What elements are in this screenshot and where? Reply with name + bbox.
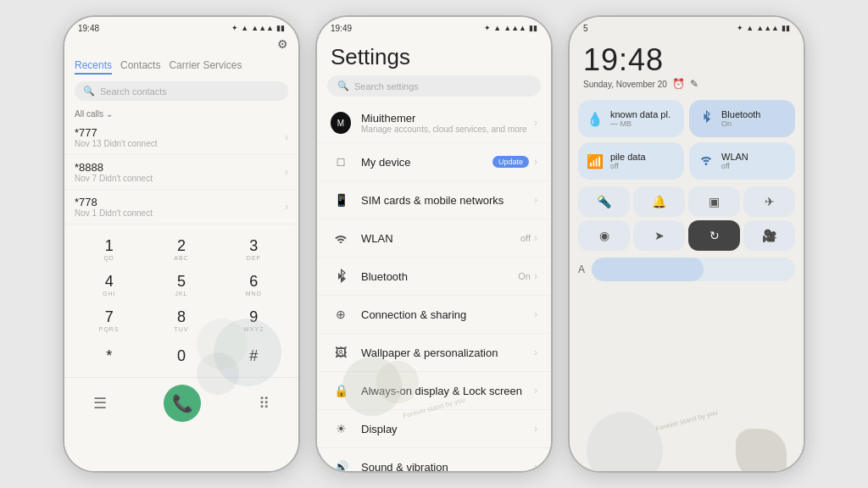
menu-icon[interactable]: ☰ [93, 394, 107, 413]
brightness-slider[interactable] [592, 258, 795, 281]
call-number-2: *778 [75, 196, 153, 208]
status-time-3: 5 [583, 24, 588, 33]
quick-tile-wlan[interactable]: WLAN off [689, 142, 795, 180]
settings-item-mydevice[interactable]: □ My device Update › [317, 143, 551, 181]
data-tile-icon: 💧 [587, 111, 604, 127]
battery-icon-3: ▮▮ [782, 24, 790, 32]
camera-button[interactable]: 🎥 [743, 220, 795, 251]
settings-item-aod[interactable]: 🔒 Always-on display & Lock screen › [317, 372, 551, 410]
chevron-icon-8: › [534, 423, 537, 435]
dialpad: 1QD 2ABC 3DEF 4GHI 5JKL 6MNO 7PQRS 8TUV … [64, 228, 298, 377]
quick-icons-row-2: ◉ ➤ ↻ 🎥 [570, 220, 804, 254]
call-item-2[interactable]: *778 Nov 1 Didn't connect › [64, 190, 298, 225]
tabs-row: Recents Contacts Carrier Services [64, 53, 298, 78]
call-item-1[interactable]: *8888 Nov 7 Didn't connect › [64, 155, 298, 190]
alarm-icon[interactable]: ⏰ [672, 78, 685, 90]
settings-search-placeholder: Search settings [354, 81, 419, 92]
rotate-button[interactable]: ↻ [688, 220, 740, 251]
mobiledata-tile-icon: 📶 [587, 153, 604, 169]
aod-label: Always-on display & Lock screen [361, 385, 534, 397]
settings-item-wallpaper[interactable]: 🖼 Wallpaper & personalization › [317, 334, 551, 372]
call-arrow-2: › [285, 201, 288, 213]
sound-icon: 🔊 [331, 457, 351, 471]
torch-button[interactable]: 🔦 [578, 186, 630, 217]
settings-item-display[interactable]: ☀ Display › [317, 410, 551, 448]
notification-button[interactable]: 🔔 [633, 186, 685, 217]
chevron-icon-0: › [534, 117, 537, 129]
settings-item-wlan[interactable]: WLAN off › [317, 219, 551, 258]
edit-icon[interactable]: ✎ [690, 78, 698, 90]
lock-date-icons: ⏰ ✎ [672, 78, 698, 90]
location-button[interactable]: ➤ [633, 220, 685, 251]
dial-key-5[interactable]: 5JKL [147, 269, 215, 301]
status-icons-2: ✦ ▲ ▲▲▲ ▮▮ [484, 24, 537, 32]
wlan-tile-icon [698, 153, 715, 169]
settings-page-title: Settings [317, 36, 551, 75]
network-icon-1: ▲▲▲ [251, 24, 274, 32]
dial-key-3[interactable]: 3DEF [220, 233, 288, 265]
mydevice-label: My device [361, 156, 492, 169]
signal-icon-1: ▲ [241, 24, 248, 32]
dial-key-0[interactable]: 0 [147, 340, 215, 372]
settings-icon-1[interactable]: ⚙ [277, 37, 288, 51]
search-contacts-box[interactable]: 🔍 Search contacts [75, 81, 288, 101]
chevron-icon-7: › [534, 385, 537, 396]
quick-tile-mobiledata[interactable]: 📶 pile data off [578, 142, 684, 180]
dial-key-star[interactable]: * [75, 340, 143, 372]
call-item-0[interactable]: *777 Nov 13 Didn't connect › [64, 120, 298, 155]
wallpaper-icon: 🖼 [331, 342, 351, 363]
phone-quicksettings: 5 ✦ ▲ ▲▲▲ ▮▮ 19:48 Sunday, November 20 ⏰… [568, 15, 805, 473]
bluetooth-tile-text: Bluetooth On [721, 109, 760, 128]
wlan-value: off [520, 233, 531, 243]
screen-cast-button[interactable]: ▣ [688, 186, 740, 217]
settings-item-bluetooth[interactable]: Bluetooth On › [317, 258, 551, 296]
status-icons-1: ✦ ▲ ▲▲▲ ▮▮ [231, 24, 285, 32]
miuithemer-label: Miuithemer [361, 112, 534, 125]
wlan-tile-text: WLAN off [721, 152, 748, 170]
call-button[interactable]: 📞 [164, 385, 201, 422]
dial-key-9[interactable]: 9WXYZ [220, 304, 288, 336]
settings-item-sound[interactable]: 🔊 Sound & vibration › [317, 448, 551, 471]
chevron-icon-3: › [534, 232, 537, 244]
dial-key-8[interactable]: 8TUV [147, 304, 215, 336]
wallpaper-label: Wallpaper & personalization [361, 347, 534, 359]
calls-section-label: All calls ⌄ [64, 104, 298, 120]
keypad-icon[interactable]: ⠿ [259, 394, 270, 413]
tab-contacts[interactable]: Contacts [120, 59, 160, 75]
search-icon-settings: 🔍 [337, 80, 349, 92]
dial-key-4[interactable]: 4GHI [75, 269, 143, 301]
bluetooth-icon-2: ✦ [484, 24, 491, 32]
settings-item-connection[interactable]: ⊕ Connection & sharing › [317, 296, 551, 334]
status-bar-1: 19:48 ✦ ▲ ▲▲▲ ▮▮ [64, 17, 298, 36]
dial-key-6[interactable]: 6MNO [220, 269, 288, 301]
chevron-icon-4: › [534, 270, 537, 282]
settings-search-box[interactable]: 🔍 Search settings [327, 75, 541, 97]
update-badge: Update [492, 156, 529, 168]
mydevice-icon: □ [331, 152, 351, 172]
tab-carrier[interactable]: Carrier Services [169, 59, 242, 75]
tab-recents[interactable]: Recents [75, 59, 112, 75]
dial-key-7[interactable]: 7PQRS [75, 304, 143, 336]
eye-comfort-button[interactable]: ◉ [578, 220, 630, 251]
connection-label: Connection & sharing [361, 308, 534, 321]
status-time-1: 19:48 [78, 24, 99, 33]
settings-list: M Miuithemer Manage accounts, cloud serv… [317, 103, 551, 471]
airplane-button[interactable]: ✈ [743, 186, 795, 217]
quick-tile-data[interactable]: 💧 known data pl. — MB [578, 100, 684, 137]
dial-key-2[interactable]: 2ABC [147, 233, 215, 265]
call-date-2: Nov 1 Didn't connect [75, 208, 153, 218]
chevron-icon-9: › [534, 461, 537, 471]
connection-icon: ⊕ [331, 304, 351, 324]
settings-item-sim[interactable]: 📱 SIM cards & mobile networks › [317, 181, 551, 219]
quick-tile-bluetooth[interactable]: Bluetooth On [689, 100, 795, 137]
settings-item-miuithemer[interactable]: M Miuithemer Manage accounts, cloud serv… [317, 103, 551, 143]
dial-key-hash[interactable]: # [220, 340, 288, 372]
call-date-1: Nov 7 Didn't connect [75, 174, 153, 183]
bluetooth-value: On [518, 271, 531, 281]
call-date-0: Nov 13 Didn't connect [75, 139, 158, 148]
data-tile-text: known data pl. — MB [610, 109, 670, 128]
dial-key-1[interactable]: 1QD [75, 233, 143, 265]
text-size-icon: A [578, 263, 585, 275]
wlan-label: WLAN [361, 232, 520, 245]
search-icon-dialer: 🔍 [83, 86, 95, 97]
